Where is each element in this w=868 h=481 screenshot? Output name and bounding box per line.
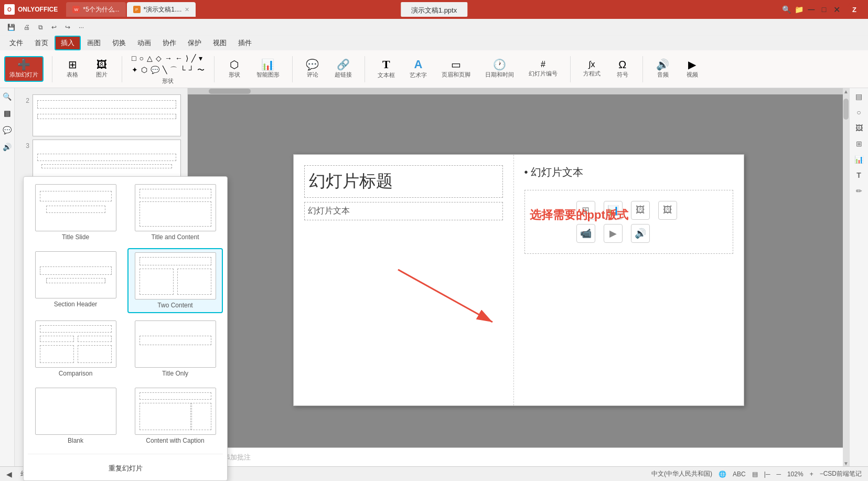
slide-title[interactable]: 幻灯片标题: [304, 165, 503, 198]
shape-freeform[interactable]: 〜: [196, 65, 206, 76]
symbol-btn[interactable]: Ω 符号: [611, 57, 634, 81]
more-btn[interactable]: ···: [76, 23, 87, 32]
table-btn[interactable]: ⊞ 表格: [61, 57, 84, 81]
menu-home[interactable]: 首页: [29, 37, 53, 49]
equation-btn[interactable]: ∫x 方程式: [579, 58, 605, 80]
scroll-up-btn[interactable]: ▲: [843, 88, 849, 94]
right-slide-icon[interactable]: ▤: [853, 90, 865, 103]
datetime-btn[interactable]: 🕐 日期和时间: [481, 57, 518, 81]
shape-callout[interactable]: 💬: [149, 65, 160, 76]
shape-more[interactable]: ▾: [198, 53, 203, 63]
view-normal[interactable]: ▤: [752, 471, 758, 478]
copy-btn[interactable]: ⧉: [35, 23, 46, 32]
menu-draw[interactable]: 画图: [82, 37, 106, 49]
smartart-btn[interactable]: ⬡ 形状: [223, 57, 246, 81]
insert-image2-icon[interactable]: 🖼: [658, 201, 677, 220]
comments-side-icon[interactable]: 💬: [1, 124, 14, 136]
right-table-icon[interactable]: ⊞: [853, 137, 865, 150]
undo-btn[interactable]: ↩: [48, 23, 60, 32]
add-slide-btn[interactable]: ➕ 添加幻灯片: [4, 56, 44, 82]
shape-line[interactable]: ╱: [190, 53, 197, 63]
shape-chevron[interactable]: ⟩: [185, 53, 189, 63]
tab-ppt[interactable]: P *演示文稿1.... ✕: [127, 2, 196, 17]
shape-star[interactable]: ✦: [131, 65, 139, 76]
comment-btn[interactable]: 💬 评论: [301, 57, 324, 81]
shape-diamond[interactable]: ◇: [155, 53, 163, 63]
audio-side-icon[interactable]: 🔊: [1, 141, 14, 153]
search-side-icon[interactable]: 🔍: [1, 90, 14, 103]
slides-side-icon[interactable]: ▤: [1, 107, 14, 120]
slide-thumb-2[interactable]: [33, 94, 181, 136]
scroll-v-right[interactable]: ▲ ▼: [843, 88, 849, 466]
spellcheck-icon[interactable]: ABC: [733, 471, 746, 478]
menu-file[interactable]: 文件: [4, 37, 28, 49]
menu-view[interactable]: 视图: [208, 37, 232, 49]
layout-section-header[interactable]: Section Header: [28, 248, 123, 313]
insert-play-icon[interactable]: ▶: [604, 224, 623, 243]
wordart-btn[interactable]: A 艺术字: [405, 57, 431, 81]
layout-two-content[interactable]: Two Content: [127, 248, 188, 313]
video-btn[interactable]: ▶ 视频: [681, 57, 704, 81]
right-pen-icon[interactable]: ✏: [853, 185, 865, 197]
layout-blank[interactable]: Blank: [28, 384, 123, 447]
chart-btn[interactable]: 📊 智能图形: [252, 57, 284, 81]
right-ellipse-icon[interactable]: ○: [853, 106, 865, 119]
right-image-icon[interactable]: 🖼: [853, 122, 865, 134]
prev-slide-btn[interactable]: ◀: [6, 470, 12, 478]
shape-triangle[interactable]: △: [146, 53, 154, 63]
layout-comparison[interactable]: Comparison: [28, 317, 123, 380]
audio-btn[interactable]: 🔊 音频: [651, 57, 674, 81]
shape-curve[interactable]: ⌒: [169, 65, 178, 76]
lang-icon[interactable]: 🌐: [719, 471, 726, 478]
slide-body[interactable]: 幻灯片文本: [304, 202, 503, 220]
tab-doc[interactable]: W *5个为什么...: [66, 2, 125, 17]
tab-close-icon[interactable]: ✕: [185, 6, 189, 13]
menu-animate[interactable]: 动画: [132, 37, 156, 49]
right-text-icon[interactable]: T: [853, 169, 865, 181]
menu-collab[interactable]: 协作: [157, 37, 181, 49]
layout-content-caption[interactable]: Content with Caption: [127, 384, 188, 447]
print-btn[interactable]: 🖨: [20, 23, 33, 32]
hyperlink-btn[interactable]: 🔗 超链接: [330, 57, 356, 81]
insert-media-icon[interactable]: 📹: [576, 224, 595, 243]
insert-audio-icon[interactable]: 🔊: [631, 224, 650, 243]
layout-title-only[interactable]: Title Only: [127, 317, 188, 380]
slide-thumb-3[interactable]: [33, 140, 181, 181]
slidenum-btn[interactable]: # 幻灯片编号: [524, 58, 562, 80]
menu-plugin[interactable]: 插件: [233, 37, 257, 49]
headerfooter-btn[interactable]: ▭ 页眉和页脚: [437, 57, 475, 81]
insert-image-icon[interactable]: 🖼: [631, 201, 650, 220]
shape-connl[interactable]: └: [179, 65, 187, 76]
shape-hex[interactable]: ⬡: [140, 65, 148, 76]
main-slide-canvas[interactable]: 幻灯片标题 幻灯片文本 • 幻灯片文本 ⊞ 📊 🖼 🖼 📹 ▶: [293, 154, 744, 406]
menu-insert[interactable]: 插入: [55, 36, 81, 50]
minimize-btn[interactable]: ─: [807, 5, 816, 14]
close-btn[interactable]: ✕: [832, 5, 841, 14]
maximize-btn[interactable]: □: [820, 5, 828, 14]
right-chart-icon[interactable]: 📊: [853, 153, 865, 166]
zoom-in-btn[interactable]: +: [810, 471, 813, 478]
view-outline[interactable]: |─: [764, 471, 770, 478]
shape-arrow-r[interactable]: →: [164, 53, 173, 63]
shape-line2[interactable]: ╲: [162, 65, 168, 76]
scroll-down-btn[interactable]: ▼: [843, 460, 849, 466]
menu-protect[interactable]: 保护: [183, 37, 207, 49]
folder-icon[interactable]: 📁: [795, 5, 803, 14]
shape-rect[interactable]: □: [131, 53, 137, 63]
image-btn[interactable]: 🖼 图片: [90, 57, 113, 81]
save-btn[interactable]: 💾: [4, 23, 18, 32]
search-toolbar-icon[interactable]: 🔍: [782, 5, 790, 14]
textbox-btn[interactable]: T 文本框: [373, 57, 399, 81]
layout-title-slide[interactable]: Title Slide: [28, 181, 123, 244]
notes-area[interactable]: 单击此处添加批注: [188, 447, 843, 466]
shape-connr[interactable]: ┘: [188, 65, 195, 76]
shape-arrow-l[interactable]: ←: [174, 53, 184, 63]
scroll-top[interactable]: [188, 88, 843, 94]
user-avatar[interactable]: Z: [847, 2, 862, 17]
redo-btn[interactable]: ↪: [62, 23, 73, 32]
shape-circle[interactable]: ○: [138, 53, 144, 63]
menu-switch[interactable]: 切换: [107, 37, 131, 49]
repeat-slide-btn[interactable]: 重复幻灯片: [28, 461, 188, 466]
layout-title-content[interactable]: Title and Content: [127, 181, 188, 244]
zoom-out-btn[interactable]: ─: [776, 471, 781, 478]
